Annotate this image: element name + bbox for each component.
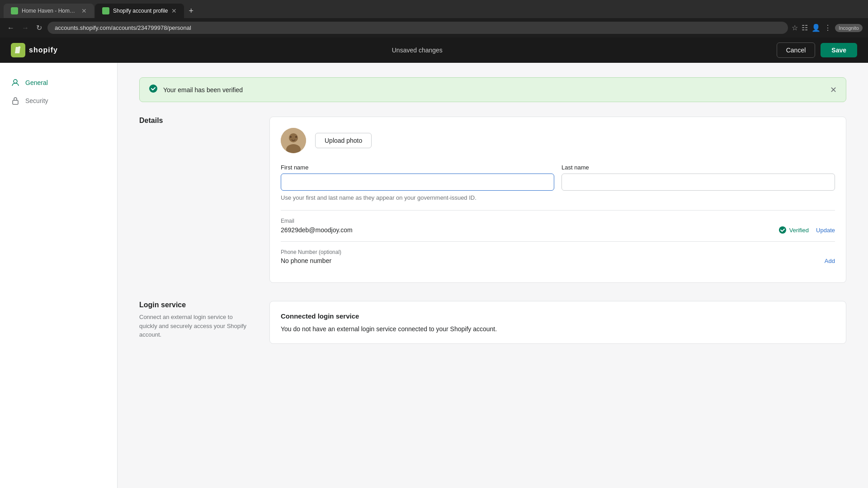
back-button[interactable]: ← (5, 22, 16, 34)
upload-photo-button[interactable]: Upload photo (315, 133, 372, 148)
login-service-left: Login service Connect an external login … (139, 301, 248, 344)
success-check-icon (149, 84, 158, 95)
login-service-title: Login service (139, 301, 248, 309)
verified-check-icon (778, 226, 787, 234)
shopify-logo-text: shopify (29, 46, 58, 54)
shopify-logo-icon (11, 43, 25, 57)
tab-home-haven[interactable]: Home Haven - Home · Shopify ✕ (4, 4, 94, 18)
last-name-label: Last name (561, 164, 835, 171)
address-bar[interactable] (47, 22, 788, 34)
browser-chrome: Home Haven - Home · Shopify ✕ Shopify ac… (0, 0, 868, 38)
shopify-topbar: shopify Unsaved changes Cancel Save (0, 38, 868, 63)
refresh-button[interactable]: ↻ (34, 22, 44, 34)
tab-shopify-profile[interactable]: Shopify account profile ✕ (95, 4, 184, 18)
tab-label-1: Home Haven - Home · Shopify (22, 8, 78, 14)
svg-point-4 (289, 133, 298, 142)
sidebar-item-security-label: Security (25, 97, 48, 104)
forward-button[interactable]: → (20, 22, 31, 34)
first-name-input[interactable] (281, 174, 554, 191)
tab-label-2: Shopify account profile (113, 8, 168, 14)
sidebar-item-security[interactable]: Security (0, 92, 117, 110)
svg-point-8 (779, 226, 786, 234)
details-section: Details Upload photo (139, 117, 846, 283)
login-service-description: Connect an external login service to qui… (139, 313, 248, 339)
success-banner: Your email has been verified ✕ (139, 77, 846, 102)
app-layout: General Security Your email has been ver… (0, 63, 868, 488)
tab-close-1[interactable]: ✕ (81, 7, 87, 14)
topbar-actions: Cancel Save (777, 42, 857, 58)
new-tab-button[interactable]: + (185, 5, 197, 18)
last-name-group: Last name (561, 164, 835, 191)
login-service-card: Connected login service You do not have … (269, 301, 846, 344)
extensions-icon[interactable]: ☷ (802, 23, 808, 32)
section-label-details: Details (139, 117, 248, 283)
unsaved-changes-label: Unsaved changes (58, 47, 777, 54)
login-service-section: Login service Connect an external login … (139, 301, 846, 344)
connected-login-title: Connected login service (281, 312, 835, 320)
browser-toolbar: ← → ↻ ☆ ☷ 👤 ⋮ Incognito (0, 18, 868, 38)
email-label: Email (281, 218, 835, 224)
toolbar-icons: ☆ ☷ 👤 ⋮ Incognito (792, 23, 863, 32)
lock-icon (11, 96, 20, 105)
incognito-badge: Incognito (835, 24, 863, 32)
main-content: Your email has been verified ✕ Details (118, 63, 868, 488)
svg-point-0 (14, 80, 17, 83)
email-row: Email 26929deb@moodjoy.com Verified Upda… (281, 210, 835, 241)
save-button[interactable]: Save (821, 43, 857, 57)
last-name-input[interactable] (561, 174, 835, 191)
details-title: Details (139, 117, 248, 125)
update-email-button[interactable]: Update (816, 227, 835, 234)
avatar-row: Upload photo (281, 128, 835, 153)
svg-point-7 (295, 136, 297, 138)
details-card: Upload photo First name Last name Use yo… (269, 117, 846, 283)
add-phone-button[interactable]: Add (825, 258, 835, 264)
sidebar-item-general-label: General (25, 79, 48, 86)
first-name-label: First name (281, 164, 554, 171)
svg-point-6 (290, 136, 292, 138)
connected-login-description: You do not have an external login servic… (281, 325, 835, 333)
sidebar-item-general[interactable]: General (0, 74, 117, 92)
name-hint: Use your first and last name as they app… (281, 194, 835, 201)
bookmark-icon[interactable]: ☆ (792, 23, 798, 32)
phone-row: Phone Number (optional) No phone number … (281, 241, 835, 272)
name-fields-row: First name Last name (281, 164, 835, 191)
first-name-group: First name (281, 164, 554, 191)
verified-badge: Verified (778, 226, 809, 234)
verified-label: Verified (789, 227, 809, 234)
phone-label: Phone Number (optional) (281, 249, 835, 255)
svg-point-2 (149, 84, 157, 93)
sidebar: General Security (0, 63, 118, 488)
banner-close-button[interactable]: ✕ (830, 85, 837, 95)
email-value: 26929deb@moodjoy.com (281, 226, 771, 234)
browser-tabs: Home Haven - Home · Shopify ✕ Shopify ac… (0, 0, 868, 18)
profile-icon[interactable]: 👤 (811, 23, 821, 32)
tab-favicon-1 (11, 7, 18, 14)
phone-value: No phone number (281, 257, 825, 264)
person-icon (11, 78, 20, 87)
cancel-button[interactable]: Cancel (777, 42, 816, 58)
avatar (281, 128, 306, 153)
shopify-logo: shopify (11, 43, 58, 57)
phone-value-line: No phone number Add (281, 257, 835, 264)
svg-rect-1 (13, 100, 18, 104)
settings-icon[interactable]: ⋮ (824, 23, 831, 32)
email-value-line: 26929deb@moodjoy.com Verified Update (281, 226, 835, 234)
banner-message: Your email has been verified (163, 86, 825, 94)
tab-close-2[interactable]: ✕ (171, 7, 177, 14)
tab-favicon-2 (102, 7, 109, 14)
